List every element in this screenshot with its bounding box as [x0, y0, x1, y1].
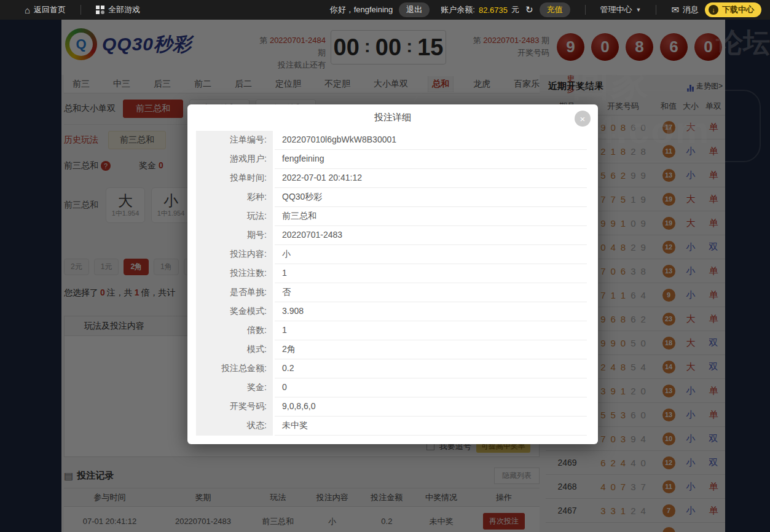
close-icon[interactable]: ×: [575, 111, 591, 127]
modal-detail-row: 注单编号:202207010l6gbWkW8B30001: [196, 131, 587, 150]
modal-row-label: 期号:: [196, 226, 273, 245]
balance-unit: 元: [511, 4, 519, 15]
modal-row-value: 0.2: [275, 359, 587, 378]
modal-row-value: 1: [275, 321, 587, 340]
balance-value: 82.6735: [479, 6, 508, 15]
modal-detail-row: 模式:2角: [196, 340, 587, 359]
modal-row-value: 20220701-2483: [275, 226, 587, 245]
modal-row-label: 状态:: [196, 417, 273, 436]
modal-row-label: 开奖号码:: [196, 397, 273, 417]
modal-detail-row: 投注总金额:0.2: [196, 359, 587, 378]
home-link[interactable]: ⌂ 返回首页: [25, 4, 66, 15]
modal-row-value: 前三总和: [275, 207, 587, 226]
modal-row-label: 投注注数:: [196, 264, 273, 283]
modal-row-label: 彩种:: [196, 188, 273, 207]
grid-icon: [96, 6, 104, 14]
download-center-button[interactable]: ↓ 下载中心: [705, 2, 761, 17]
modal-row-label: 注单编号:: [196, 131, 273, 150]
modal-detail-row: 投注注数:1: [196, 264, 587, 283]
modal-row-label: 投注总金额:: [196, 359, 273, 378]
modal-row-value: 1: [275, 264, 587, 283]
modal-title: 投注详细: [187, 104, 598, 131]
divider: [81, 5, 81, 15]
all-games-label: 全部游戏: [108, 4, 140, 15]
envelope-icon: ✉: [671, 4, 679, 15]
modal-row-value: 202207010l6gbWkW8B30001: [275, 131, 587, 150]
refresh-balance-icon[interactable]: ↻: [525, 4, 533, 15]
logout-button[interactable]: 退出: [399, 2, 430, 17]
modal-row-value: 未中奖: [275, 417, 587, 436]
all-games-link[interactable]: 全部游戏: [96, 4, 140, 15]
modal-detail-row: 是否单挑:否: [196, 283, 587, 302]
topbar-right: 你好，fengfeining 退出 账户余额: 82.6735 元 ↻ 充值 管…: [330, 2, 770, 17]
home-icon: ⌂: [25, 5, 30, 15]
modal-row-label: 倍数:: [196, 321, 273, 340]
home-label: 返回首页: [34, 4, 66, 15]
modal-detail-row: 倍数:1: [196, 321, 587, 340]
admin-center-menu[interactable]: 管理中心 ▼: [600, 4, 642, 15]
messages-link[interactable]: ✉ 消息: [671, 4, 699, 15]
messages-label: 消息: [683, 4, 699, 15]
modal-row-value: 2角: [275, 340, 587, 359]
modal-detail-row: 状态:未中奖: [196, 417, 587, 436]
modal-row-value: 2022-07-01 20:41:12: [275, 169, 587, 188]
topbar-left: ⌂ 返回首页 全部游戏: [0, 4, 140, 15]
modal-row-label: 模式:: [196, 340, 273, 359]
modal-detail-row: 奖金:0: [196, 378, 587, 397]
modal-row-label: 投注内容:: [196, 245, 273, 264]
modal-row-value: 9,0,8,6,0: [275, 397, 587, 417]
modal-detail-row: 投单时间:2022-07-01 20:41:12: [196, 169, 587, 188]
modal-detail-row: 开奖号码:9,0,8,6,0: [196, 397, 587, 417]
divider: [656, 5, 656, 15]
greeting-text: 你好，fengfeining: [330, 4, 393, 15]
modal-row-value: 3.908: [275, 302, 587, 321]
modal-row-label: 玩法:: [196, 207, 273, 226]
modal-detail-row: 彩种:QQ30秒彩: [196, 188, 587, 207]
modal-row-label: 奖金:: [196, 378, 273, 397]
modal-detail-row: 期号:20220701-2483: [196, 226, 587, 245]
modal-row-label: 是否单挑:: [196, 283, 273, 302]
modal-detail-row: 玩法:前三总和: [196, 207, 587, 226]
balance-group: 账户余额: 82.6735 元: [441, 4, 519, 15]
modal-detail-row: 游戏用户:fengfeining: [196, 150, 587, 169]
divider: [585, 5, 586, 15]
balance-label: 账户余额:: [441, 4, 475, 15]
modal-row-label: 投单时间:: [196, 169, 273, 188]
recharge-button[interactable]: 充值: [540, 2, 570, 17]
download-center-label: 下载中心: [722, 4, 754, 15]
topbar: ⌂ 返回首页 全部游戏 你好，fengfeining 退出 账户余额: 82.6…: [0, 0, 770, 20]
bet-detail-modal: 投注详细 × 注单编号:202207010l6gbWkW8B30001游戏用户:…: [187, 104, 598, 444]
admin-center-label: 管理中心: [600, 4, 632, 15]
download-icon: ↓: [709, 5, 718, 15]
chevron-down-icon: ▼: [636, 7, 642, 13]
modal-detail-rows: 注单编号:202207010l6gbWkW8B30001游戏用户:fengfei…: [196, 131, 587, 436]
modal-row-value: 否: [275, 283, 587, 302]
modal-detail-row: 奖金模式:3.908: [196, 302, 587, 321]
modal-row-value: 小: [275, 245, 587, 264]
modal-detail-row: 投注内容:小: [196, 245, 587, 264]
modal-row-label: 奖金模式:: [196, 302, 273, 321]
modal-row-value: fengfeining: [275, 150, 587, 169]
modal-row-label: 游戏用户:: [196, 150, 273, 169]
modal-row-value: QQ30秒彩: [275, 188, 587, 207]
modal-row-value: 0: [275, 378, 587, 397]
